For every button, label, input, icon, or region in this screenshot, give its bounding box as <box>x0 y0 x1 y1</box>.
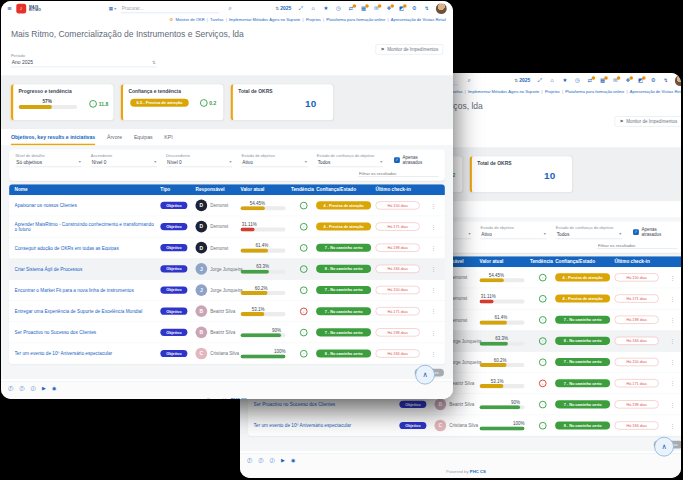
search-icon[interactable]: ⌕ <box>228 5 231 12</box>
comments-icon[interactable]: ◩ <box>637 78 644 84</box>
mail-icon[interactable]: ✉ <box>612 78 619 84</box>
results-filter-input[interactable] <box>597 242 678 249</box>
phc-cs-link[interactable]: PHC CS <box>231 397 247 399</box>
tools-icon[interactable]: ⚙ <box>650 78 657 84</box>
sync-icon[interactable]: ⇄ <box>587 78 594 84</box>
year-selector[interactable]: ⇅ 2025 <box>514 78 530 83</box>
row-menu-button[interactable]: ⋮ <box>667 316 679 323</box>
scroll-top-button[interactable]: ∧ <box>415 365 435 385</box>
youtube-icon[interactable]: ▶ <box>281 457 285 464</box>
home-icon[interactable]: ⌂ <box>549 78 556 84</box>
sync-icon[interactable]: ⇄ <box>348 6 355 12</box>
chat-icon[interactable]: ❖ <box>624 78 631 84</box>
breadcrumb-link[interactable]: Tarefas <box>210 17 223 22</box>
objective-link[interactable]: Ter um evento de 10º Aniversário especta… <box>254 423 400 428</box>
scroll-top-button[interactable]: ∧ <box>654 437 674 457</box>
objective-link[interactable]: Ser Proactivo no Sucesso dos Clientes <box>254 402 400 407</box>
facebook-icon[interactable]: ⓕ <box>8 385 13 392</box>
tab-arvore[interactable]: Árvore <box>107 135 122 145</box>
row-menu-button[interactable]: ⋮ <box>667 337 679 344</box>
app-logo[interactable]: ♪ MAIS RITMO <box>16 4 41 14</box>
filter-select[interactable]: Ativo▾ <box>241 158 307 167</box>
mail-icon[interactable]: ✉ <box>373 6 380 12</box>
breadcrumb-link[interactable]: Apresentação de Visitas Retail <box>630 89 681 94</box>
row-menu-button[interactable]: ⋮ <box>428 202 440 209</box>
breadcrumb-link[interactable]: Implementar Métodos Ágeis no Suporte <box>468 89 539 94</box>
filter-select[interactable]: Todos▾ <box>317 158 383 167</box>
objective-link[interactable]: Aprender MaisRitmo - Construindo conheci… <box>15 221 161 232</box>
breadcrumb-link[interactable]: Plataforma para formação online <box>326 17 385 22</box>
row-menu-button[interactable]: ⋮ <box>667 380 679 387</box>
calendar-icon[interactable]: ▦ <box>599 78 606 84</box>
breadcrumb-link[interactable]: Projetos <box>545 89 560 94</box>
row-menu-button[interactable]: ⋮ <box>667 359 679 366</box>
tools-icon[interactable]: ⚙ <box>411 6 418 12</box>
year-selector[interactable]: ⇅ 2025 <box>275 6 291 11</box>
row-menu-button[interactable]: ⋮ <box>667 274 679 281</box>
breadcrumb-link[interactable]: Monitor de OKR <box>176 17 205 22</box>
tab-kpi[interactable]: KPI <box>164 135 172 145</box>
chat-icon[interactable]: ❖ <box>385 6 392 12</box>
impediments-button[interactable]: ⚑ Monitor de Impedimentos <box>615 116 681 126</box>
breadcrumb-link[interactable]: Implementar Métodos Ágeis no Suporte <box>229 17 300 22</box>
filter-select[interactable]: Todos▾ <box>556 230 622 239</box>
objective-link[interactable]: Ter um evento de 10º Aniversário especta… <box>15 351 161 356</box>
row-menu-button[interactable]: ⋮ <box>428 244 440 251</box>
quick-actions-icon[interactable]: ↯ <box>662 78 669 84</box>
phc-cs-link[interactable]: PHC CS <box>470 469 486 474</box>
favorites-icon[interactable]: ★ <box>561 78 568 84</box>
breadcrumb-link[interactable]: Apresentação de Visitas Retail <box>391 17 446 22</box>
fullscreen-icon[interactable]: ⤢ <box>297 6 304 12</box>
row-menu-button[interactable]: ⋮ <box>428 223 440 230</box>
row-menu-button[interactable]: ⋮ <box>428 350 440 357</box>
linkedin-icon[interactable]: ⓛ <box>270 457 275 464</box>
linkedin-icon[interactable]: ⓛ <box>31 385 36 392</box>
objective-link[interactable]: Entregar uma Experiência de Suporte de E… <box>15 308 161 313</box>
search-icon[interactable]: ⌕ <box>467 77 470 84</box>
fullscreen-icon[interactable]: ⤢ <box>536 78 543 84</box>
tab-equipas[interactable]: Equipas <box>134 135 153 145</box>
only-late-filter[interactable]: ✓Apenas atrasados <box>633 227 678 239</box>
row-menu-button[interactable]: ⋮ <box>428 265 440 272</box>
impediments-button[interactable]: ⚑ Monitor de Impedimentos <box>376 44 443 54</box>
row-menu-button[interactable]: ⋮ <box>428 329 440 336</box>
objective-link[interactable]: Conseguir adoção de OKRs em todas as Equ… <box>15 245 161 250</box>
filter-select[interactable]: Nível 0▾ <box>166 158 232 167</box>
history-icon[interactable]: ◷ <box>335 6 342 12</box>
objective-link[interactable]: Criar Sistema Ágil de Processos <box>15 266 161 271</box>
results-filter-input[interactable] <box>358 170 439 177</box>
objective-link[interactable]: Ser Proactivo no Sucesso dos Clientes <box>15 330 161 335</box>
favorites-icon[interactable]: ★ <box>322 6 329 12</box>
row-menu-button[interactable]: ⋮ <box>667 401 679 408</box>
objective-link[interactable]: Apaixonar os nossos Clientes <box>15 203 161 208</box>
youtube-icon[interactable]: ▶ <box>42 385 46 392</box>
search-input[interactable] <box>121 4 220 13</box>
user-avatar[interactable] <box>436 3 447 14</box>
filter-select[interactable]: Só objetivos▾ <box>15 158 81 167</box>
calendar-icon[interactable]: ▦ <box>360 6 367 12</box>
objective-link[interactable]: Encontrar o Market Fit para a nova linha… <box>15 287 161 292</box>
home-icon[interactable]: ⌂ <box>310 6 317 12</box>
quick-actions-icon[interactable]: ↯ <box>423 6 430 12</box>
module-picker[interactable]: ▦ ▾ <box>109 6 117 11</box>
instagram-icon[interactable]: ◉ <box>291 457 295 464</box>
only-late-filter[interactable]: ✓Apenas atrasados <box>394 155 439 167</box>
row-menu-button[interactable]: ⋮ <box>428 287 440 294</box>
filter-select[interactable]: Nível 0▾ <box>91 158 157 167</box>
breadcrumb-link[interactable]: Plataforma para formação online <box>565 89 624 94</box>
period-select[interactable]: Ano 2025 ⇅ <box>11 58 157 67</box>
filter-select[interactable]: Ativo▾ <box>480 230 546 239</box>
twitter-icon[interactable]: ⓣ <box>258 457 263 464</box>
facebook-icon[interactable]: ⓕ <box>247 457 252 464</box>
row-menu-button[interactable]: ⋮ <box>667 295 679 302</box>
twitter-icon[interactable]: ⓣ <box>19 385 24 392</box>
history-icon[interactable]: ◷ <box>574 78 581 84</box>
breadcrumb-link[interactable]: Projetos <box>306 17 321 22</box>
tab-objetivos-key-results-e-iniciativas[interactable]: Objetivos, key results e iniciativas <box>11 135 95 145</box>
row-menu-button[interactable]: ⋮ <box>428 308 440 315</box>
row-menu-button[interactable]: ⋮ <box>667 422 679 429</box>
instagram-icon[interactable]: ◉ <box>52 385 56 392</box>
user-avatar[interactable] <box>675 75 681 86</box>
menu-icon[interactable]: ≡ <box>7 4 11 13</box>
comments-icon[interactable]: ◩ <box>398 6 405 12</box>
